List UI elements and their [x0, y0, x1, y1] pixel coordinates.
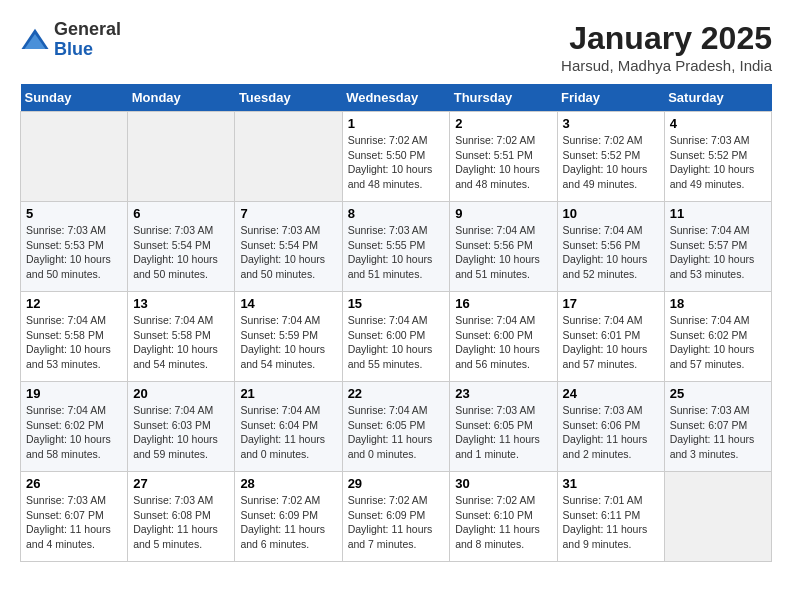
day-number: 26 [26, 476, 122, 491]
calendar-day-cell [128, 112, 235, 202]
day-info: Sunrise: 7:03 AM Sunset: 6:05 PM Dayligh… [455, 403, 551, 462]
calendar-subtitle: Harsud, Madhya Pradesh, India [561, 57, 772, 74]
day-number: 2 [455, 116, 551, 131]
day-number: 11 [670, 206, 766, 221]
calendar-week-row: 26Sunrise: 7:03 AM Sunset: 6:07 PM Dayli… [21, 472, 772, 562]
day-info: Sunrise: 7:02 AM Sunset: 5:51 PM Dayligh… [455, 133, 551, 192]
weekday-header: Saturday [664, 84, 771, 112]
day-info: Sunrise: 7:04 AM Sunset: 6:03 PM Dayligh… [133, 403, 229, 462]
calendar-day-cell: 31Sunrise: 7:01 AM Sunset: 6:11 PM Dayli… [557, 472, 664, 562]
day-number: 30 [455, 476, 551, 491]
day-number: 9 [455, 206, 551, 221]
day-info: Sunrise: 7:03 AM Sunset: 5:53 PM Dayligh… [26, 223, 122, 282]
day-number: 31 [563, 476, 659, 491]
day-number: 5 [26, 206, 122, 221]
day-info: Sunrise: 7:03 AM Sunset: 5:54 PM Dayligh… [133, 223, 229, 282]
calendar-day-cell: 9Sunrise: 7:04 AM Sunset: 5:56 PM Daylig… [450, 202, 557, 292]
logo-icon [20, 25, 50, 55]
day-number: 17 [563, 296, 659, 311]
calendar-week-row: 5Sunrise: 7:03 AM Sunset: 5:53 PM Daylig… [21, 202, 772, 292]
day-info: Sunrise: 7:04 AM Sunset: 5:58 PM Dayligh… [26, 313, 122, 372]
calendar-title: January 2025 [561, 20, 772, 57]
calendar-day-cell: 7Sunrise: 7:03 AM Sunset: 5:54 PM Daylig… [235, 202, 342, 292]
day-info: Sunrise: 7:02 AM Sunset: 6:10 PM Dayligh… [455, 493, 551, 552]
calendar-week-row: 12Sunrise: 7:04 AM Sunset: 5:58 PM Dayli… [21, 292, 772, 382]
day-number: 18 [670, 296, 766, 311]
day-number: 13 [133, 296, 229, 311]
calendar-day-cell: 10Sunrise: 7:04 AM Sunset: 5:56 PM Dayli… [557, 202, 664, 292]
day-number: 8 [348, 206, 445, 221]
day-info: Sunrise: 7:01 AM Sunset: 6:11 PM Dayligh… [563, 493, 659, 552]
day-info: Sunrise: 7:04 AM Sunset: 6:00 PM Dayligh… [455, 313, 551, 372]
day-info: Sunrise: 7:03 AM Sunset: 5:55 PM Dayligh… [348, 223, 445, 282]
day-info: Sunrise: 7:04 AM Sunset: 5:56 PM Dayligh… [455, 223, 551, 282]
day-info: Sunrise: 7:04 AM Sunset: 6:00 PM Dayligh… [348, 313, 445, 372]
calendar-day-cell [235, 112, 342, 202]
calendar-day-cell: 26Sunrise: 7:03 AM Sunset: 6:07 PM Dayli… [21, 472, 128, 562]
logo: General Blue [20, 20, 121, 60]
calendar-day-cell: 3Sunrise: 7:02 AM Sunset: 5:52 PM Daylig… [557, 112, 664, 202]
day-number: 21 [240, 386, 336, 401]
weekday-header: Thursday [450, 84, 557, 112]
weekday-header: Friday [557, 84, 664, 112]
calendar-day-cell: 23Sunrise: 7:03 AM Sunset: 6:05 PM Dayli… [450, 382, 557, 472]
calendar-week-row: 19Sunrise: 7:04 AM Sunset: 6:02 PM Dayli… [21, 382, 772, 472]
calendar-day-cell: 2Sunrise: 7:02 AM Sunset: 5:51 PM Daylig… [450, 112, 557, 202]
calendar-week-row: 1Sunrise: 7:02 AM Sunset: 5:50 PM Daylig… [21, 112, 772, 202]
day-number: 6 [133, 206, 229, 221]
calendar-day-cell: 13Sunrise: 7:04 AM Sunset: 5:58 PM Dayli… [128, 292, 235, 382]
day-number: 28 [240, 476, 336, 491]
page-header: General Blue January 2025 Harsud, Madhya… [20, 20, 772, 74]
calendar-day-cell: 18Sunrise: 7:04 AM Sunset: 6:02 PM Dayli… [664, 292, 771, 382]
day-info: Sunrise: 7:03 AM Sunset: 6:07 PM Dayligh… [26, 493, 122, 552]
day-info: Sunrise: 7:02 AM Sunset: 6:09 PM Dayligh… [240, 493, 336, 552]
logo-general: General [54, 20, 121, 40]
calendar-day-cell: 22Sunrise: 7:04 AM Sunset: 6:05 PM Dayli… [342, 382, 450, 472]
calendar-day-cell [21, 112, 128, 202]
calendar-day-cell: 8Sunrise: 7:03 AM Sunset: 5:55 PM Daylig… [342, 202, 450, 292]
day-info: Sunrise: 7:04 AM Sunset: 5:57 PM Dayligh… [670, 223, 766, 282]
day-info: Sunrise: 7:03 AM Sunset: 5:52 PM Dayligh… [670, 133, 766, 192]
day-number: 4 [670, 116, 766, 131]
calendar-day-cell: 16Sunrise: 7:04 AM Sunset: 6:00 PM Dayli… [450, 292, 557, 382]
day-info: Sunrise: 7:02 AM Sunset: 6:09 PM Dayligh… [348, 493, 445, 552]
calendar-day-cell: 1Sunrise: 7:02 AM Sunset: 5:50 PM Daylig… [342, 112, 450, 202]
calendar-day-cell: 4Sunrise: 7:03 AM Sunset: 5:52 PM Daylig… [664, 112, 771, 202]
calendar-day-cell: 6Sunrise: 7:03 AM Sunset: 5:54 PM Daylig… [128, 202, 235, 292]
day-number: 24 [563, 386, 659, 401]
day-number: 7 [240, 206, 336, 221]
day-number: 22 [348, 386, 445, 401]
calendar-day-cell [664, 472, 771, 562]
calendar-day-cell: 28Sunrise: 7:02 AM Sunset: 6:09 PM Dayli… [235, 472, 342, 562]
day-number: 29 [348, 476, 445, 491]
day-number: 1 [348, 116, 445, 131]
day-info: Sunrise: 7:04 AM Sunset: 5:58 PM Dayligh… [133, 313, 229, 372]
day-info: Sunrise: 7:04 AM Sunset: 6:01 PM Dayligh… [563, 313, 659, 372]
day-number: 14 [240, 296, 336, 311]
day-info: Sunrise: 7:03 AM Sunset: 6:07 PM Dayligh… [670, 403, 766, 462]
day-info: Sunrise: 7:02 AM Sunset: 5:50 PM Dayligh… [348, 133, 445, 192]
day-number: 27 [133, 476, 229, 491]
calendar-day-cell: 15Sunrise: 7:04 AM Sunset: 6:00 PM Dayli… [342, 292, 450, 382]
day-number: 16 [455, 296, 551, 311]
day-number: 25 [670, 386, 766, 401]
calendar-day-cell: 5Sunrise: 7:03 AM Sunset: 5:53 PM Daylig… [21, 202, 128, 292]
weekday-header: Monday [128, 84, 235, 112]
weekday-header: Sunday [21, 84, 128, 112]
weekday-header-row: SundayMondayTuesdayWednesdayThursdayFrid… [21, 84, 772, 112]
calendar-day-cell: 25Sunrise: 7:03 AM Sunset: 6:07 PM Dayli… [664, 382, 771, 472]
day-info: Sunrise: 7:04 AM Sunset: 6:05 PM Dayligh… [348, 403, 445, 462]
day-number: 23 [455, 386, 551, 401]
calendar-day-cell: 29Sunrise: 7:02 AM Sunset: 6:09 PM Dayli… [342, 472, 450, 562]
logo-blue: Blue [54, 40, 121, 60]
day-info: Sunrise: 7:04 AM Sunset: 6:02 PM Dayligh… [670, 313, 766, 372]
day-number: 10 [563, 206, 659, 221]
day-info: Sunrise: 7:02 AM Sunset: 5:52 PM Dayligh… [563, 133, 659, 192]
day-number: 15 [348, 296, 445, 311]
calendar-day-cell: 24Sunrise: 7:03 AM Sunset: 6:06 PM Dayli… [557, 382, 664, 472]
title-block: January 2025 Harsud, Madhya Pradesh, Ind… [561, 20, 772, 74]
day-number: 3 [563, 116, 659, 131]
calendar-day-cell: 11Sunrise: 7:04 AM Sunset: 5:57 PM Dayli… [664, 202, 771, 292]
calendar-day-cell: 20Sunrise: 7:04 AM Sunset: 6:03 PM Dayli… [128, 382, 235, 472]
day-number: 20 [133, 386, 229, 401]
